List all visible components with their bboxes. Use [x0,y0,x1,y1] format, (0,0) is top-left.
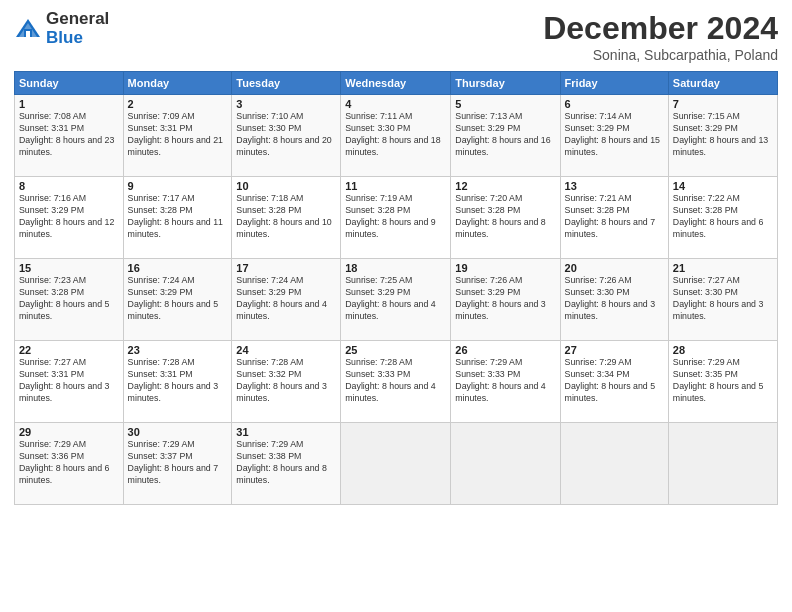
day-number: 30 [128,426,228,438]
table-row: 23Sunrise: 7:28 AMSunset: 3:31 PMDayligh… [123,341,232,423]
day-number: 21 [673,262,773,274]
day-info: Sunrise: 7:27 AMSunset: 3:31 PMDaylight:… [19,357,119,405]
day-number: 5 [455,98,555,110]
day-info: Sunrise: 7:20 AMSunset: 3:28 PMDaylight:… [455,193,555,241]
table-row: 7Sunrise: 7:15 AMSunset: 3:29 PMDaylight… [668,95,777,177]
day-number: 13 [565,180,664,192]
day-info: Sunrise: 7:23 AMSunset: 3:28 PMDaylight:… [19,275,119,323]
day-number: 17 [236,262,336,274]
col-wednesday: Wednesday [341,72,451,95]
day-info: Sunrise: 7:29 AMSunset: 3:35 PMDaylight:… [673,357,773,405]
table-row: 9Sunrise: 7:17 AMSunset: 3:28 PMDaylight… [123,177,232,259]
table-row: 14Sunrise: 7:22 AMSunset: 3:28 PMDayligh… [668,177,777,259]
table-row: 18Sunrise: 7:25 AMSunset: 3:29 PMDayligh… [341,259,451,341]
day-info: Sunrise: 7:17 AMSunset: 3:28 PMDaylight:… [128,193,228,241]
table-row: 11Sunrise: 7:19 AMSunset: 3:28 PMDayligh… [341,177,451,259]
day-info: Sunrise: 7:21 AMSunset: 3:28 PMDaylight:… [565,193,664,241]
day-number: 22 [19,344,119,356]
day-number: 4 [345,98,446,110]
day-info: Sunrise: 7:10 AMSunset: 3:30 PMDaylight:… [236,111,336,159]
table-row: 27Sunrise: 7:29 AMSunset: 3:34 PMDayligh… [560,341,668,423]
logo-general: General [46,10,109,29]
month-title: December 2024 [543,10,778,47]
day-number: 23 [128,344,228,356]
table-row: 16Sunrise: 7:24 AMSunset: 3:29 PMDayligh… [123,259,232,341]
day-info: Sunrise: 7:28 AMSunset: 3:33 PMDaylight:… [345,357,446,405]
table-row: 5Sunrise: 7:13 AMSunset: 3:29 PMDaylight… [451,95,560,177]
day-number: 26 [455,344,555,356]
day-info: Sunrise: 7:29 AMSunset: 3:33 PMDaylight:… [455,357,555,405]
day-info: Sunrise: 7:25 AMSunset: 3:29 PMDaylight:… [345,275,446,323]
day-number: 14 [673,180,773,192]
day-number: 31 [236,426,336,438]
day-info: Sunrise: 7:29 AMSunset: 3:38 PMDaylight:… [236,439,336,487]
table-row [668,423,777,505]
day-number: 10 [236,180,336,192]
col-friday: Friday [560,72,668,95]
day-info: Sunrise: 7:27 AMSunset: 3:30 PMDaylight:… [673,275,773,323]
day-number: 27 [565,344,664,356]
logo: General Blue [14,10,109,47]
table-row: 24Sunrise: 7:28 AMSunset: 3:32 PMDayligh… [232,341,341,423]
day-number: 20 [565,262,664,274]
table-row: 15Sunrise: 7:23 AMSunset: 3:28 PMDayligh… [15,259,124,341]
logo-text: General Blue [46,10,109,47]
day-number: 7 [673,98,773,110]
day-number: 24 [236,344,336,356]
calendar-header: Sunday Monday Tuesday Wednesday Thursday… [15,72,778,95]
table-row: 28Sunrise: 7:29 AMSunset: 3:35 PMDayligh… [668,341,777,423]
day-number: 28 [673,344,773,356]
calendar-week: 22Sunrise: 7:27 AMSunset: 3:31 PMDayligh… [15,341,778,423]
day-info: Sunrise: 7:26 AMSunset: 3:30 PMDaylight:… [565,275,664,323]
logo-blue: Blue [46,29,109,48]
calendar-week: 29Sunrise: 7:29 AMSunset: 3:36 PMDayligh… [15,423,778,505]
day-info: Sunrise: 7:19 AMSunset: 3:28 PMDaylight:… [345,193,446,241]
table-row: 30Sunrise: 7:29 AMSunset: 3:37 PMDayligh… [123,423,232,505]
table-row: 22Sunrise: 7:27 AMSunset: 3:31 PMDayligh… [15,341,124,423]
svg-rect-3 [26,31,30,37]
calendar: Sunday Monday Tuesday Wednesday Thursday… [14,71,778,505]
col-saturday: Saturday [668,72,777,95]
day-info: Sunrise: 7:08 AMSunset: 3:31 PMDaylight:… [19,111,119,159]
day-info: Sunrise: 7:28 AMSunset: 3:32 PMDaylight:… [236,357,336,405]
day-number: 8 [19,180,119,192]
table-row: 6Sunrise: 7:14 AMSunset: 3:29 PMDaylight… [560,95,668,177]
day-number: 12 [455,180,555,192]
header-row: Sunday Monday Tuesday Wednesday Thursday… [15,72,778,95]
table-row [451,423,560,505]
day-number: 18 [345,262,446,274]
table-row: 13Sunrise: 7:21 AMSunset: 3:28 PMDayligh… [560,177,668,259]
day-number: 1 [19,98,119,110]
table-row: 26Sunrise: 7:29 AMSunset: 3:33 PMDayligh… [451,341,560,423]
day-number: 2 [128,98,228,110]
title-section: December 2024 Sonina, Subcarpathia, Pola… [543,10,778,63]
day-info: Sunrise: 7:24 AMSunset: 3:29 PMDaylight:… [236,275,336,323]
table-row: 4Sunrise: 7:11 AMSunset: 3:30 PMDaylight… [341,95,451,177]
table-row: 31Sunrise: 7:29 AMSunset: 3:38 PMDayligh… [232,423,341,505]
day-number: 15 [19,262,119,274]
col-monday: Monday [123,72,232,95]
table-row: 29Sunrise: 7:29 AMSunset: 3:36 PMDayligh… [15,423,124,505]
day-number: 6 [565,98,664,110]
day-info: Sunrise: 7:28 AMSunset: 3:31 PMDaylight:… [128,357,228,405]
col-sunday: Sunday [15,72,124,95]
day-number: 11 [345,180,446,192]
col-thursday: Thursday [451,72,560,95]
day-info: Sunrise: 7:09 AMSunset: 3:31 PMDaylight:… [128,111,228,159]
day-info: Sunrise: 7:29 AMSunset: 3:34 PMDaylight:… [565,357,664,405]
table-row: 2Sunrise: 7:09 AMSunset: 3:31 PMDaylight… [123,95,232,177]
day-info: Sunrise: 7:26 AMSunset: 3:29 PMDaylight:… [455,275,555,323]
day-number: 9 [128,180,228,192]
table-row [341,423,451,505]
calendar-body: 1Sunrise: 7:08 AMSunset: 3:31 PMDaylight… [15,95,778,505]
table-row: 21Sunrise: 7:27 AMSunset: 3:30 PMDayligh… [668,259,777,341]
day-number: 19 [455,262,555,274]
subtitle: Sonina, Subcarpathia, Poland [543,47,778,63]
table-row: 25Sunrise: 7:28 AMSunset: 3:33 PMDayligh… [341,341,451,423]
logo-icon [14,15,42,43]
table-row: 3Sunrise: 7:10 AMSunset: 3:30 PMDaylight… [232,95,341,177]
day-info: Sunrise: 7:29 AMSunset: 3:37 PMDaylight:… [128,439,228,487]
table-row: 8Sunrise: 7:16 AMSunset: 3:29 PMDaylight… [15,177,124,259]
day-info: Sunrise: 7:29 AMSunset: 3:36 PMDaylight:… [19,439,119,487]
calendar-week: 8Sunrise: 7:16 AMSunset: 3:29 PMDaylight… [15,177,778,259]
